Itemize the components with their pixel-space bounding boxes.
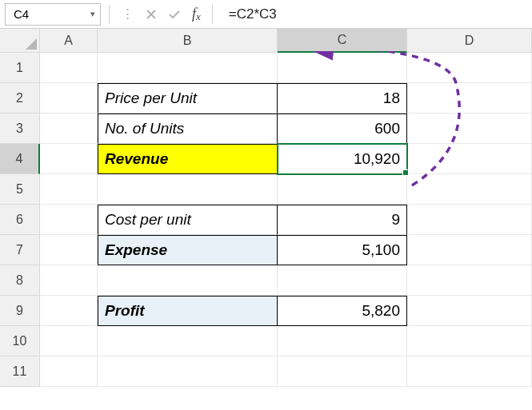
row-header-9[interactable]: 9: [0, 296, 40, 326]
name-box-value: C4: [14, 7, 29, 21]
cell-A3[interactable]: [40, 113, 98, 144]
formula-input[interactable]: =C2*C3: [221, 3, 527, 26]
cell-C10[interactable]: [278, 326, 407, 356]
cell-D6[interactable]: [407, 205, 532, 235]
cell-A9[interactable]: [40, 296, 98, 326]
cell-D7[interactable]: [407, 235, 532, 265]
col-header-A[interactable]: A: [40, 29, 98, 53]
cell-D5[interactable]: [407, 174, 532, 205]
formula-bar: C4 ▾ ⋮ fx =C2*C3: [0, 0, 532, 29]
row-header-4[interactable]: 4: [0, 144, 40, 174]
formula-bar-buttons: ⋮ fx: [118, 6, 204, 22]
row-header-1[interactable]: 1: [0, 53, 40, 83]
row-1: 1: [0, 53, 532, 83]
col-header-C[interactable]: C: [278, 29, 407, 53]
cell-A6[interactable]: [40, 205, 98, 235]
row-8: 8: [0, 265, 532, 296]
cell-C7[interactable]: 5,100: [278, 235, 407, 265]
row-header-11[interactable]: 11: [0, 356, 40, 387]
cell-B5[interactable]: [98, 174, 278, 205]
column-headers: A B C D: [0, 29, 532, 53]
row-2: 2 Price per Unit 18: [0, 83, 532, 113]
cell-B2[interactable]: Price per Unit: [98, 83, 278, 113]
row-6: 6 Cost per unit 9: [0, 205, 532, 235]
cell-D2[interactable]: [407, 83, 532, 113]
cell-C8[interactable]: [278, 265, 407, 296]
cell-A10[interactable]: [40, 326, 98, 356]
cell-B1[interactable]: [98, 53, 278, 83]
cell-B11[interactable]: [98, 356, 278, 387]
row-7: 7 Expense 5,100: [0, 235, 532, 265]
cell-D11[interactable]: [407, 356, 532, 387]
col-header-D[interactable]: D: [407, 29, 532, 53]
row-4: 4 Revenue 10,920: [0, 144, 532, 174]
rows: 1 2 Price per Unit 18 3 No. of Units 600…: [0, 53, 532, 387]
row-header-7[interactable]: 7: [0, 235, 40, 265]
cell-C6[interactable]: 9: [278, 205, 407, 235]
cell-B9[interactable]: Profit: [98, 296, 278, 326]
chevron-down-icon[interactable]: ▾: [90, 9, 95, 19]
row-9: 9 Profit 5,820: [0, 296, 532, 326]
cell-A8[interactable]: [40, 265, 98, 296]
row-3: 3 No. of Units 600: [0, 113, 532, 144]
cell-A11[interactable]: [40, 356, 98, 387]
cell-B7[interactable]: Expense: [98, 235, 278, 265]
row-5: 5: [0, 174, 532, 205]
cell-A4[interactable]: [40, 144, 98, 174]
row-10: 10: [0, 326, 532, 356]
cell-B6[interactable]: Cost per unit: [98, 205, 278, 235]
row-header-6[interactable]: 6: [0, 205, 40, 235]
divider: [212, 5, 213, 24]
cell-A1[interactable]: [40, 53, 98, 83]
row-header-2[interactable]: 2: [0, 83, 40, 113]
cell-D3[interactable]: [407, 113, 532, 144]
fx-icon[interactable]: fx: [192, 6, 201, 22]
row-header-5[interactable]: 5: [0, 174, 40, 205]
cell-C2[interactable]: 18: [278, 83, 407, 113]
cell-D10[interactable]: [407, 326, 532, 356]
row-header-3[interactable]: 3: [0, 113, 40, 144]
cell-C11[interactable]: [278, 356, 407, 387]
cell-D8[interactable]: [407, 265, 532, 296]
col-header-B[interactable]: B: [98, 29, 278, 53]
cell-A5[interactable]: [40, 174, 98, 205]
cell-D1[interactable]: [407, 53, 532, 83]
cell-B8[interactable]: [98, 265, 278, 296]
cell-C4[interactable]: 10,920: [278, 144, 407, 174]
cell-B4[interactable]: Revenue: [98, 144, 278, 174]
divider: [109, 5, 110, 24]
enter-icon[interactable]: [168, 9, 181, 20]
cell-C5[interactable]: [278, 174, 407, 205]
row-11: 11: [0, 356, 532, 387]
cell-A2[interactable]: [40, 83, 98, 113]
cell-D4[interactable]: [407, 144, 532, 174]
name-box[interactable]: C4 ▾: [5, 3, 101, 26]
spreadsheet-grid: A B C D 1 2 Price per Unit 18 3 No. of U…: [0, 29, 532, 387]
row-header-8[interactable]: 8: [0, 265, 40, 296]
cell-C1[interactable]: [278, 53, 407, 83]
formula-text: =C2*C3: [229, 6, 277, 22]
cell-D9[interactable]: [407, 296, 532, 326]
cell-B3[interactable]: No. of Units: [98, 113, 278, 144]
select-all-corner[interactable]: [0, 29, 40, 53]
row-header-10[interactable]: 10: [0, 326, 40, 356]
cell-C3[interactable]: 600: [278, 113, 407, 144]
cell-A7[interactable]: [40, 235, 98, 265]
cell-B10[interactable]: [98, 326, 278, 356]
cell-C9[interactable]: 5,820: [278, 296, 407, 326]
cancel-icon[interactable]: [146, 9, 157, 20]
dots-icon[interactable]: ⋮: [121, 6, 134, 22]
